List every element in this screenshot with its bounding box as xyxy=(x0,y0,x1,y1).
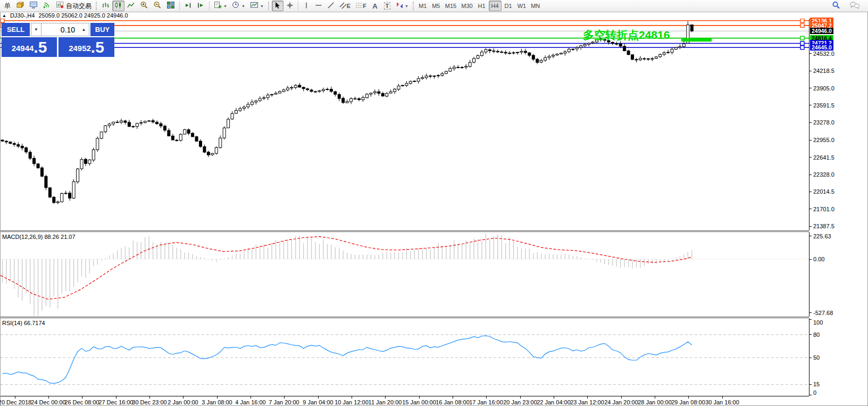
candle-body xyxy=(560,53,562,54)
timeframe-button-mn[interactable]: MN xyxy=(529,1,542,11)
template-icon xyxy=(250,1,259,11)
zoom-in-button[interactable] xyxy=(138,1,151,11)
timeframe-button-m5[interactable]: M5 xyxy=(430,1,443,11)
rsi-pane-canvas[interactable] xyxy=(1,318,809,396)
candle-body xyxy=(659,54,662,56)
candle-body xyxy=(69,193,71,198)
clock-icon xyxy=(232,1,240,11)
indicators-button[interactable]: ▼ xyxy=(212,1,229,11)
candle-body xyxy=(362,97,364,100)
candle-body xyxy=(25,148,28,152)
crosshair-tool-button[interactable] xyxy=(284,1,296,11)
candle-body xyxy=(500,52,503,53)
buy-button[interactable]: BUY xyxy=(90,23,114,36)
price-level-chip: 24645.0 xyxy=(810,44,833,51)
auto-scroll-button[interactable] xyxy=(182,1,194,11)
main-chart-canvas[interactable]: 多空转折点24816 xyxy=(1,19,809,230)
candle-body xyxy=(682,44,685,46)
timeframe-button-d1[interactable]: D1 xyxy=(502,1,515,11)
tile-windows-button[interactable] xyxy=(164,1,177,11)
toolbar-right-group xyxy=(830,1,866,11)
line-handle xyxy=(800,46,804,49)
time-axis-label: 30 Dec 23:00 xyxy=(132,399,166,405)
rsi-tick-mark xyxy=(809,319,812,320)
equidistant-channel-tool-button[interactable]: E xyxy=(337,1,353,11)
pane-separator[interactable] xyxy=(1,230,809,232)
text-label-tool-button[interactable]: T xyxy=(381,1,393,11)
toolbar-grip[interactable] xyxy=(96,2,97,10)
trendline-tool-button[interactable] xyxy=(325,1,337,11)
time-axis[interactable]: 20 Dec 201824 Dec 00:0026 Dec 08:0027 De… xyxy=(1,396,809,406)
macd-pane-canvas[interactable] xyxy=(1,232,809,317)
signal-broadcast-button[interactable] xyxy=(40,1,53,11)
time-axis-label: 30 Jan 16:00 xyxy=(705,399,739,405)
periods-button[interactable]: ▼ xyxy=(230,1,247,11)
timeframe-button-m30[interactable]: M30 xyxy=(459,1,474,11)
timeframe-button-h4[interactable]: H4 xyxy=(489,1,502,11)
volume-increase-button[interactable]: ▲ xyxy=(79,23,89,36)
candle-body xyxy=(271,94,273,95)
candle-body xyxy=(552,55,555,56)
line-chart-type-button[interactable] xyxy=(125,1,137,11)
volume-decrease-button[interactable]: ▼ xyxy=(31,23,41,36)
horizontal-line-tool-button[interactable] xyxy=(313,1,324,11)
sell-button-label: SELL xyxy=(7,26,24,34)
new-order-button[interactable]: 单 xyxy=(2,1,13,11)
history-center-button[interactable] xyxy=(14,1,27,11)
price-tick-mark xyxy=(809,88,812,88)
rsi-line xyxy=(3,336,692,383)
time-axis-label: 24 Jan 20:00 xyxy=(604,399,638,405)
volume-input[interactable]: 0.10 xyxy=(41,23,79,36)
macd-axis[interactable]: 225.630.00-527.68 xyxy=(809,232,868,317)
auto-trading-button[interactable]: 自动交易 xyxy=(54,1,94,11)
candle-body xyxy=(334,92,337,94)
price-axis[interactable]: 24532.024218.523905.023591.523278.022955… xyxy=(809,19,868,230)
candlestick-chart-type-button[interactable] xyxy=(112,1,124,11)
candle-body xyxy=(136,123,138,127)
arrows-tool-button[interactable]: ▼ xyxy=(394,1,411,11)
candle-body xyxy=(302,87,305,89)
toolbar-grip[interactable] xyxy=(413,2,414,10)
timeframe-button-h1[interactable]: H1 xyxy=(475,1,488,11)
candle-body xyxy=(358,98,361,100)
rsi-axis[interactable]: 1008050150 xyxy=(809,318,868,396)
zoom-out-button[interactable] xyxy=(151,1,164,11)
time-axis-label: 17 Jan 16:00 xyxy=(469,399,503,405)
cursor-tool-button[interactable] xyxy=(272,1,283,11)
chat-button[interactable] xyxy=(847,1,862,11)
arrows-icon xyxy=(396,2,404,11)
search-button[interactable] xyxy=(830,1,843,11)
candle-body xyxy=(53,197,55,202)
terminal-window-button[interactable] xyxy=(27,1,40,11)
rsi-tick-label: 0 xyxy=(813,390,816,396)
fibonacci-icon xyxy=(355,2,363,11)
chart-shift-button[interactable] xyxy=(195,1,207,11)
candle-body xyxy=(453,67,455,69)
text-tool-button[interactable]: A xyxy=(369,1,381,11)
buy-price-button[interactable]: 24952 .5 xyxy=(59,37,114,57)
candle-body xyxy=(148,121,151,121)
sell-button[interactable]: SELL xyxy=(2,23,30,36)
fibonacci-tool-button[interactable]: F xyxy=(353,1,369,11)
time-tick-mark xyxy=(48,396,49,399)
chevron-down-icon: ▼ xyxy=(405,4,408,8)
chart-title-bar[interactable]: ▲ DJ30-,H4 25059.0 25062.0 24925.0 24946… xyxy=(1,12,128,19)
toolbar-grip[interactable] xyxy=(268,2,270,10)
collapse-triangle-icon[interactable]: ▲ xyxy=(2,13,6,18)
cursor-icon xyxy=(274,2,281,11)
candle-body xyxy=(144,121,146,122)
vertical-line-tool-button[interactable] xyxy=(301,1,312,11)
pane-separator[interactable] xyxy=(1,317,809,318)
timeframe-button-m15[interactable]: M15 xyxy=(443,1,458,11)
candle-body xyxy=(179,134,182,140)
candle-body xyxy=(266,95,269,98)
timeframe-button-w1[interactable]: W1 xyxy=(515,1,529,11)
sell-price-button[interactable]: 24944 .5 xyxy=(2,37,57,57)
candle-body xyxy=(215,147,218,153)
templates-button[interactable]: ▼ xyxy=(248,1,266,11)
timeframe-button-m1[interactable]: M1 xyxy=(416,1,429,11)
bar-chart-type-button[interactable] xyxy=(99,1,112,11)
candle-body xyxy=(286,88,289,90)
macd-indicator-label: MACD(12,26,9) 88.26 21.07 xyxy=(2,234,76,240)
candle-body xyxy=(21,146,23,148)
